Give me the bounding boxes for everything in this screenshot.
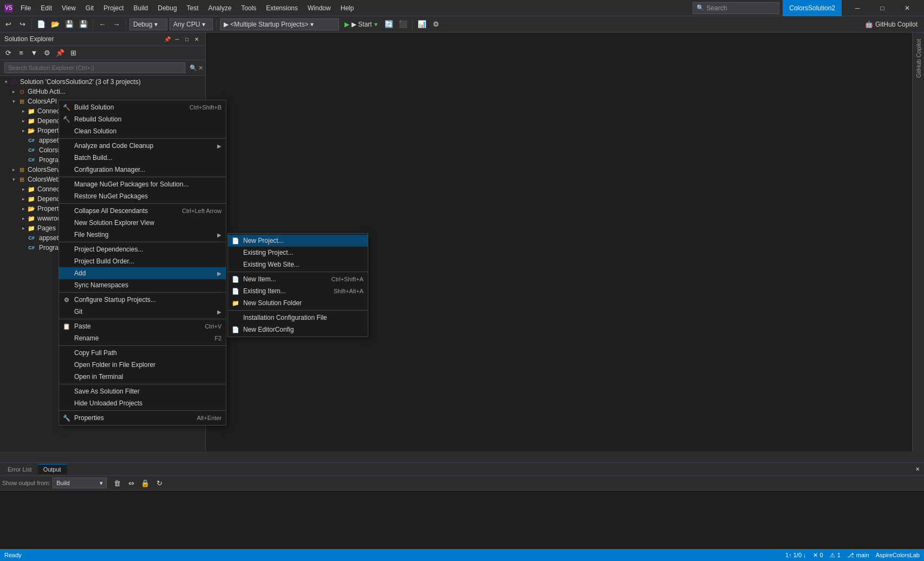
pin-button[interactable]: 📌 xyxy=(163,35,172,43)
cm-save-as-filter[interactable]: Save As Solution Filter xyxy=(59,385,226,397)
start-button[interactable]: ▶ ▶ Start ▾ xyxy=(341,20,381,29)
cpu-dropdown[interactable]: Any CPU ▾ xyxy=(170,18,213,30)
cm-clean-solution[interactable]: Clean Solution xyxy=(59,125,226,137)
cm-collapse-all[interactable]: Collapse All Descendants Ctrl+Left Arrow xyxy=(59,205,226,217)
cm-rename[interactable]: Rename F2 xyxy=(59,332,226,344)
toolbar-save-all[interactable]: 💾 xyxy=(77,18,89,30)
status-warnings[interactable]: ⚠ 1 xyxy=(830,552,841,559)
sm-existing-item[interactable]: 📄 Existing Item... Shift+Alt+A xyxy=(228,285,368,297)
maximize-button[interactable]: □ xyxy=(870,0,895,16)
cm-file-nesting[interactable]: File Nesting ▶ xyxy=(59,229,226,241)
close-button[interactable]: ✕ xyxy=(895,0,920,16)
cm-open-in-terminal[interactable]: Open in Terminal xyxy=(59,371,226,383)
menu-project[interactable]: Project xyxy=(99,3,128,13)
cm-sep9 xyxy=(59,410,226,411)
menu-view[interactable]: View xyxy=(57,3,80,13)
cm-paste[interactable]: 📋 Paste Ctrl+V xyxy=(59,320,226,332)
status-branch[interactable]: ⎇ main xyxy=(847,552,869,559)
toolbar-undo[interactable]: ↩ xyxy=(2,18,14,30)
toolbar-restart[interactable]: 🔄 xyxy=(383,18,395,30)
sm-new-item[interactable]: 📄 New Item... Ctrl+Shift+A xyxy=(228,273,368,285)
cm-restore-nuget[interactable]: Restore NuGet Packages xyxy=(59,190,226,202)
toolbar-new[interactable]: 📄 xyxy=(35,18,47,30)
toolbar-extra1[interactable]: 📊 xyxy=(416,18,428,30)
cm-new-se-view[interactable]: New Solution Explorer View xyxy=(59,217,226,229)
cm-batch-build[interactable]: Batch Build... xyxy=(59,152,226,164)
close-bottom-btn[interactable]: ✕ xyxy=(913,465,922,474)
se-extra2-btn[interactable]: ⊞ xyxy=(67,47,79,59)
cm-properties[interactable]: 🔧 Properties Alt+Enter xyxy=(59,412,226,424)
menu-build[interactable]: Build xyxy=(129,3,153,13)
github-copilot-sidebar-label[interactable]: GitHub Copilot xyxy=(915,35,922,82)
menu-help[interactable]: Help xyxy=(336,3,359,13)
minimize-panel-button[interactable]: ─ xyxy=(173,35,181,43)
output-lock-btn[interactable]: 🔒 xyxy=(139,477,151,489)
toolbar-stop[interactable]: ⬛ xyxy=(397,18,409,30)
sm-existing-project[interactable]: Existing Project... xyxy=(228,247,368,259)
output-wordwrap-btn[interactable]: ⇔ xyxy=(125,477,137,489)
cm-manage-nuget[interactable]: Manage NuGet Packages for Solution... xyxy=(59,178,226,190)
close-panel-button[interactable]: ✕ xyxy=(192,35,201,43)
sm-new-editorconfig[interactable]: 📄 New EditorConfig xyxy=(228,324,368,336)
startup-projects-dropdown[interactable]: ▶ <Multiple Startup Projects> ▾ xyxy=(220,18,339,30)
error-list-tab[interactable]: Error List xyxy=(2,465,38,474)
status-workspace[interactable]: AspireColorsLab xyxy=(876,552,920,559)
output-refresh-btn[interactable]: ↻ xyxy=(153,477,165,489)
cm-copy-full-path[interactable]: Copy Full Path xyxy=(59,347,226,359)
sm-new-solution-folder[interactable]: 📁 New Solution Folder xyxy=(228,297,368,309)
toolbar-extra2[interactable]: ⚙ xyxy=(430,18,442,30)
maximize-panel-button[interactable]: □ xyxy=(183,35,191,43)
active-title-tab[interactable]: ColorsSolution2 xyxy=(783,0,842,16)
toolbar-open[interactable]: 📂 xyxy=(49,18,61,30)
menu-window[interactable]: Window xyxy=(303,3,335,13)
expand-arrow: ▸ xyxy=(10,89,17,94)
cm-project-deps[interactable]: Project Dependencies... xyxy=(59,243,226,255)
cm-rebuild-solution[interactable]: 🔨 Rebuild Solution xyxy=(59,113,226,125)
tree-item-github[interactable]: ▸ ⊙ GitHub Acti... xyxy=(0,87,205,96)
tree-item-solution[interactable]: ▾ ⬡ Solution 'ColorsSolution2' (3 of 3 p… xyxy=(0,77,205,87)
cm-hide-unloaded[interactable]: Hide Unloaded Projects xyxy=(59,397,226,409)
output-tab[interactable]: Output xyxy=(38,464,67,474)
toolbar-save[interactable]: 💾 xyxy=(63,18,75,30)
cm-open-in-explorer[interactable]: Open Folder in File Explorer xyxy=(59,359,226,371)
status-errors[interactable]: ✕ 0 xyxy=(813,552,823,559)
cm-configure-startup[interactable]: ⚙ Configure Startup Projects... xyxy=(59,294,226,306)
cm-explorer-label: Open Folder in File Explorer xyxy=(74,361,222,369)
se-filter-btn[interactable]: ▼ xyxy=(28,47,40,59)
github-copilot-button[interactable]: 🤖 GitHub Copilot xyxy=(861,20,922,29)
menu-file[interactable]: File xyxy=(16,3,35,13)
output-clear-btn[interactable]: 🗑 xyxy=(111,477,123,489)
sm-install-config[interactable]: Installation Configuration File xyxy=(228,312,368,324)
se-extra-btn[interactable]: 📌 xyxy=(54,47,66,59)
toolbar-forward[interactable]: → xyxy=(110,18,122,30)
output-source-dropdown[interactable]: Build ▾ xyxy=(53,478,107,488)
menu-tools[interactable]: Tools xyxy=(237,3,261,13)
menu-git[interactable]: Git xyxy=(81,3,98,13)
menu-edit[interactable]: Edit xyxy=(36,3,56,13)
menu-debug[interactable]: Debug xyxy=(153,3,181,13)
cm-git[interactable]: Git ▶ xyxy=(59,306,226,318)
menu-analyze[interactable]: Analyze xyxy=(204,3,236,13)
toolbar-redo[interactable]: ↪ xyxy=(16,18,28,30)
cm-sync-namespaces[interactable]: Sync Namespaces xyxy=(59,279,226,291)
global-search-box[interactable]: 🔍 Search xyxy=(693,2,779,14)
cm-config-manager[interactable]: Configuration Manager... xyxy=(59,164,226,176)
sep2 xyxy=(93,19,93,30)
ready-label: Ready xyxy=(4,552,22,558)
menu-extensions[interactable]: Extensions xyxy=(262,3,302,13)
cm-analyze[interactable]: Analyze and Code Cleanup ▶ xyxy=(59,140,226,152)
se-collapse-btn[interactable]: ≡ xyxy=(15,47,27,59)
cm-build-solution[interactable]: 🔨 Build Solution Ctrl+Shift+B xyxy=(59,101,226,113)
debug-config-dropdown[interactable]: Debug ▾ xyxy=(129,18,167,30)
cm-project-build-order[interactable]: Project Build Order... xyxy=(59,255,226,267)
se-search-input[interactable] xyxy=(4,62,185,73)
se-sync-btn[interactable]: ⟳ xyxy=(2,47,14,59)
se-settings-btn[interactable]: ⚙ xyxy=(41,47,53,59)
menu-test[interactable]: Test xyxy=(183,3,203,13)
minimize-button[interactable]: ─ xyxy=(845,0,870,16)
expand-arrow: ▸ xyxy=(19,196,27,202)
sm-new-project[interactable]: 📄 New Project... xyxy=(228,235,368,247)
cm-add[interactable]: Add ▶ xyxy=(59,267,226,279)
sm-existing-website[interactable]: Existing Web Site... xyxy=(228,259,368,270)
toolbar-back[interactable]: ← xyxy=(96,18,108,30)
